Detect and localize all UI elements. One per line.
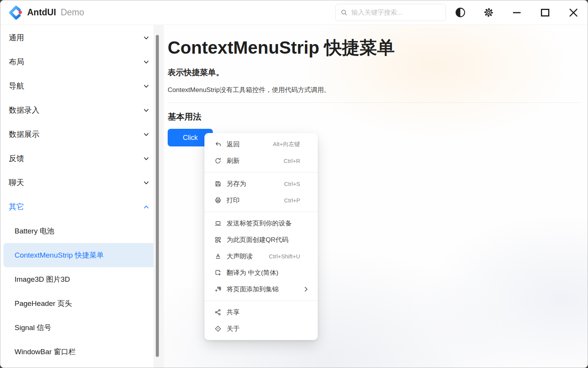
page-title: ContextMenuStrip 快捷菜单 (168, 37, 581, 58)
sidebar-scrollbar-track[interactable] (154, 25, 164, 368)
chevron-down-icon (143, 59, 150, 66)
close-button[interactable] (559, 0, 588, 25)
app-name: AntdUI (27, 7, 56, 18)
context-menu-popup: 返回Alt+向左键刷新Ctrl+R另存为Ctrl+S打印Ctrl+P发送标签页到… (204, 133, 318, 340)
sidebar-item-label: Signal 信号 (15, 323, 51, 333)
context-menu-item[interactable]: 刷新Ctrl+R (204, 153, 318, 169)
sidebar-group-7[interactable]: 聊天 (0, 171, 164, 195)
page-subtitle: 表示快捷菜单。 (168, 67, 581, 78)
theme-toggle-button[interactable] (446, 0, 474, 25)
sidebar-group-4[interactable]: 数据录入 (0, 98, 164, 122)
maximize-icon (540, 8, 550, 18)
sidebar-item-2[interactable]: ContextMenuStrip 快捷菜单 (3, 243, 162, 267)
gear-icon (483, 7, 494, 18)
refresh-icon (214, 157, 222, 164)
sidebar-group-2[interactable]: 布局 (0, 50, 164, 74)
sidebar-item-6[interactable]: WindowBar 窗口栏 (3, 340, 162, 364)
print-icon (214, 197, 222, 204)
collections-icon (214, 286, 222, 293)
chevron-down-icon (143, 107, 150, 114)
sidebar-scrollbar-thumb[interactable] (156, 35, 159, 357)
menu-item-label: 返回 (227, 140, 240, 149)
search-box[interactable] (335, 4, 446, 21)
sidebar-item-label: ContextMenuStrip 快捷菜单 (15, 250, 104, 260)
sidebar-group-label: 导航 (9, 81, 24, 91)
menu-item-label: 另存为 (227, 179, 246, 188)
chevron-down-icon (143, 83, 150, 90)
page-description: ContextMenuStrip没有工具箱控件，使用代码方式调用。 (168, 85, 581, 94)
about-icon (214, 325, 222, 332)
search-icon (340, 9, 348, 16)
app-mode-label: Demo (60, 7, 84, 18)
menu-item-shortcut: Ctrl+Shift+U (269, 253, 300, 260)
app-body: 通用布局导航数据录入数据展示反馈聊天其它Battery 电池ContextMen… (0, 25, 588, 368)
back-icon (214, 141, 222, 148)
sidebar-nav-list: 通用布局导航数据录入数据展示反馈聊天其它Battery 电池ContextMen… (0, 26, 164, 364)
antdui-logo-icon (7, 4, 25, 21)
sidebar-item-5[interactable]: Signal 信号 (3, 315, 162, 340)
context-menu-group-2: 另存为Ctrl+S打印Ctrl+P (204, 172, 318, 209)
sidebar-group-label: 布局 (9, 57, 24, 67)
context-menu-item[interactable]: 共享 (204, 304, 318, 320)
chevron-up-icon (143, 204, 150, 210)
sidebar-item-3[interactable]: Image3D 图片3D (3, 267, 162, 291)
minimize-icon (512, 8, 522, 18)
titlebar: AntdUI Demo (0, 0, 588, 25)
menu-item-label: 将页面添加到集锦 (227, 285, 279, 294)
maximize-button[interactable] (531, 0, 559, 25)
read-aloud-icon (214, 253, 222, 260)
search-input[interactable] (351, 8, 442, 17)
sidebar-group-label: 聊天 (9, 177, 24, 188)
menu-item-label: 打印 (227, 196, 240, 205)
chevron-down-icon (143, 131, 150, 138)
share-icon (214, 309, 222, 316)
translate-icon (214, 269, 222, 276)
menu-item-shortcut: Ctrl+R (284, 158, 300, 164)
chevron-down-icon (143, 179, 150, 186)
context-menu-group-4: 共享关于 (204, 301, 318, 337)
sidebar-group-label: 通用 (9, 33, 24, 43)
sidebar-item-1[interactable]: Battery 电池 (3, 219, 162, 243)
sidebar-group-5[interactable]: 数据展示 (0, 122, 164, 146)
menu-item-label: 发送标签页到你的设备 (227, 219, 292, 228)
header-divider (168, 102, 581, 103)
section-heading: 基本用法 (168, 111, 581, 123)
sidebar-item-label: WindowBar 窗口栏 (15, 347, 75, 357)
sidebar-group-1[interactable]: 通用 (0, 26, 164, 50)
sidebar-group-3[interactable]: 导航 (0, 74, 164, 98)
context-menu-item[interactable]: 将页面添加到集锦 (204, 281, 318, 297)
sidebar-group-label: 其它 (9, 202, 24, 212)
context-menu-item[interactable]: 打印Ctrl+P (204, 192, 318, 209)
menu-item-label: 刷新 (227, 156, 240, 165)
sidebar-item-label: Battery 电池 (15, 226, 54, 236)
settings-button[interactable] (474, 0, 503, 25)
menu-item-label: 大声朗读 (227, 252, 253, 261)
menu-item-shortcut: Ctrl+P (284, 197, 300, 204)
menu-item-label: 翻译为 中文(简体) (227, 268, 278, 277)
contrast-icon (455, 7, 466, 18)
sidebar-group-6[interactable]: 反馈 (0, 146, 164, 171)
context-menu-item[interactable]: 为此页面创建QR代码 (204, 232, 318, 248)
qr-code-icon (214, 236, 222, 243)
sidebar-group-label: 数据录入 (9, 105, 39, 115)
context-menu-item[interactable]: 返回Alt+向左键 (204, 136, 318, 153)
context-menu-item[interactable]: 关于 (204, 320, 318, 337)
minimize-button[interactable] (503, 0, 531, 25)
context-menu-item[interactable]: 大声朗读Ctrl+Shift+U (204, 248, 318, 264)
save-icon (214, 180, 222, 187)
chevron-down-icon (143, 155, 150, 162)
context-menu-item[interactable]: 另存为Ctrl+S (204, 176, 318, 192)
context-menu-group-1: 返回Alt+向左键刷新Ctrl+R (204, 136, 318, 169)
sidebar-item-label: Image3D 图片3D (15, 274, 70, 284)
sidebar-menu: 通用布局导航数据录入数据展示反馈聊天其它Battery 电池ContextMen… (0, 25, 164, 368)
menu-item-label: 为此页面创建QR代码 (227, 235, 289, 244)
context-menu-item[interactable]: 翻译为 中文(简体) (204, 264, 318, 281)
sidebar-group-label: 反馈 (9, 153, 24, 164)
sidebar-group-label: 数据展示 (9, 129, 39, 140)
context-menu-item[interactable]: 发送标签页到你的设备 (204, 215, 318, 232)
sidebar-group-8[interactable]: 其它 (0, 195, 164, 219)
menu-item-shortcut: Ctrl+S (284, 181, 300, 187)
send-to-device-icon (214, 220, 222, 227)
sidebar-item-label: PageHeader 页头 (15, 299, 72, 309)
sidebar-item-4[interactable]: PageHeader 页头 (3, 291, 162, 315)
